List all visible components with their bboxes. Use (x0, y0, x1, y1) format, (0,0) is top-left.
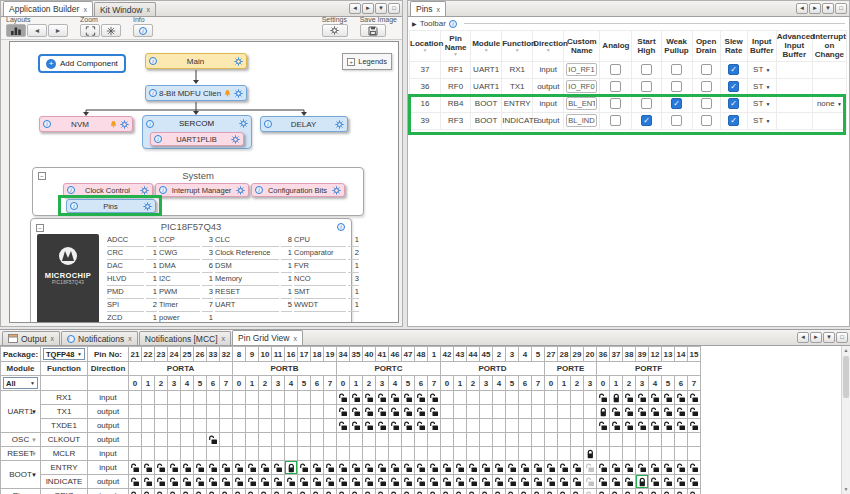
collapse-arrow-icon[interactable]: ▼ (31, 437, 37, 443)
pin-cell-PORTF7-GPIO[interactable] (688, 489, 701, 494)
pin-cell-PORTC7-TXDE1[interactable] (428, 419, 441, 433)
pin-cell-PORTA4-GPIO[interactable] (181, 489, 194, 494)
info-icon[interactable] (149, 89, 157, 97)
pin-cell-PORTD0-ENTRY[interactable] (441, 461, 454, 475)
pin-cell-PORTD7-GPIO[interactable] (532, 489, 545, 494)
pin-cell-PORTF5-TXDE1[interactable] (662, 419, 675, 433)
filter-arrow-icon[interactable]: ▼ (410, 48, 440, 53)
input-buffer-select[interactable]: ST ▼ (753, 82, 770, 91)
node-clock-control[interactable]: Clock Control (63, 183, 153, 197)
pin-cell-PORTC4-TXDE1[interactable] (389, 419, 402, 433)
layout-hierarchy-button[interactable] (6, 24, 26, 37)
pin-cell-PORTD7-INDICATE[interactable] (532, 475, 545, 489)
info-icon[interactable] (70, 202, 78, 210)
pin-cell-PORTD1-INDICATE[interactable] (454, 475, 467, 489)
tab-pins[interactable]: Pins x (410, 1, 446, 16)
close-icon[interactable]: x (83, 6, 87, 13)
pin-cell-PORTA6-CLKOUT[interactable] (207, 433, 220, 447)
column-header-module[interactable]: Module▼ (471, 31, 502, 62)
scroll-up-icon[interactable]: ▲ (842, 346, 850, 355)
gear-icon[interactable] (231, 135, 240, 144)
column-header-location[interactable]: Location▼ (410, 31, 441, 62)
node-main[interactable]: Main (145, 53, 247, 69)
package-select[interactable]: TQFP48▼ (43, 348, 85, 360)
pin-cell-PORTD5-GPIO[interactable] (506, 489, 519, 494)
weak-pullup-checkbox[interactable] (671, 81, 682, 92)
module-filter-select[interactable]: All▼ (3, 377, 38, 389)
close-icon[interactable]: x (437, 6, 441, 13)
gear-icon[interactable] (234, 89, 243, 98)
pin-cell-PORTB1-INDICATE[interactable] (246, 475, 259, 489)
info-icon[interactable] (264, 120, 272, 128)
pin-cell-PORTE1-INDICATE[interactable] (558, 475, 571, 489)
pin-cell-PORTC2-INDICATE[interactable] (363, 475, 376, 489)
pin-cell-PORTC1-TXDE1[interactable] (350, 419, 363, 433)
pin-cell-PORTC4-INDICATE[interactable] (389, 475, 402, 489)
custom-name-input[interactable] (566, 63, 597, 76)
scroll-down-icon[interactable]: ▼ (842, 485, 850, 494)
pin-cell-PORTB1-GPIO[interactable] (246, 489, 259, 494)
pin-cell-PORTF6-GPIO[interactable] (675, 489, 688, 494)
info-icon[interactable] (337, 223, 345, 231)
analog-checkbox[interactable] (610, 81, 621, 92)
info-icon[interactable] (149, 57, 157, 65)
collapse-icon[interactable]: − (36, 224, 44, 232)
pin-cell-PORTF7-TX1[interactable] (688, 405, 701, 419)
pin-cell-PORTC3-RX1[interactable] (376, 391, 389, 405)
add-component-button[interactable]: + Add Component (38, 54, 126, 73)
pin-cell-PORTF5-ENTRY[interactable] (662, 461, 675, 475)
pin-cell-PORTB6-GPIO[interactable] (311, 489, 324, 494)
pin-cell-PORTA1-INDICATE[interactable] (142, 475, 155, 489)
pin-cell-PORTF3-ENTRY[interactable] (636, 461, 649, 475)
node-nvm[interactable]: NVM (39, 116, 133, 132)
pin-cell-PORTF3-TXDE1[interactable] (636, 419, 649, 433)
pin-cell-PORTA1-ENTRY[interactable] (142, 461, 155, 475)
pin-cell-PORTF6-RX1[interactable] (675, 391, 688, 405)
open-drain-checkbox[interactable] (701, 64, 712, 75)
pin-cell-PORTC7-ENTRY[interactable] (428, 461, 441, 475)
tab-list-icon[interactable]: ▼ (375, 3, 387, 14)
pin-row-RF3[interactable]: 39RF3BOOTINDICATEoutput✓✓ST ▼ (410, 112, 847, 129)
filter-arrow-icon[interactable]: ▼ (471, 48, 501, 53)
pin-cell-PORTC5-TX1[interactable] (402, 405, 415, 419)
pin-cell-PORTC7-TX1[interactable] (428, 405, 441, 419)
pin-cell-PORTD5-ENTRY[interactable] (506, 461, 519, 475)
pin-cell-PORTF0-TX1[interactable] (597, 405, 610, 419)
pin-cell-PORTC3-INDICATE[interactable] (376, 475, 389, 489)
info-icon[interactable] (255, 186, 263, 194)
pin-cell-PORTA7-GPIO[interactable] (220, 489, 233, 494)
pin-cell-PORTF1-ENTRY[interactable] (610, 461, 623, 475)
collapse-icon[interactable]: − (38, 172, 46, 180)
start-high-checkbox[interactable] (641, 81, 652, 92)
pin-cell-PORTE3-INDICATE[interactable] (584, 475, 597, 489)
node-sercom-group[interactable]: SERCOM UART1PLIB (142, 115, 252, 149)
pin-cell-PORTB3-GPIO[interactable] (272, 489, 285, 494)
pin-cell-PORTF0-GPIO[interactable] (597, 489, 610, 494)
pin-cell-PORTA5-ENTRY[interactable] (194, 461, 207, 475)
node-configuration-bits[interactable]: Configuration Bits (251, 183, 345, 197)
pin-cell-PORTC1-GPIO[interactable] (350, 489, 363, 494)
pin-cell-PORTA5-GPIO[interactable] (194, 489, 207, 494)
builder-canvas[interactable]: + Add Component + Legends Main 8-Bit MDF… (9, 41, 399, 323)
slew-rate-checkbox[interactable]: ✓ (728, 64, 739, 75)
module-OSC[interactable]: OSC▼ (1, 433, 41, 447)
pin-cell-PORTC0-TX1[interactable] (337, 405, 350, 419)
pin-cell-PORTA6-INDICATE[interactable] (207, 475, 220, 489)
pin-cell-PORTD7-ENTRY[interactable] (532, 461, 545, 475)
module-UART1[interactable]: UART1▼ (1, 391, 41, 433)
open-drain-checkbox[interactable] (701, 81, 712, 92)
weak-pullup-checkbox[interactable]: ✓ (671, 98, 682, 109)
start-high-checkbox[interactable] (641, 64, 652, 75)
pin-row-RF0[interactable]: 36RF0UART1TX1output✓ST ▼ (410, 78, 847, 95)
pin-cell-PORTC0-RX1[interactable] (337, 391, 350, 405)
gear-icon[interactable] (236, 186, 245, 195)
pin-cell-PORTD4-ENTRY[interactable] (493, 461, 506, 475)
pin-cell-PORTA0-INDICATE[interactable] (129, 475, 142, 489)
pin-cell-PORTA0-ENTRY[interactable] (129, 461, 142, 475)
pin-cell-PORTF0-RX1[interactable] (597, 391, 610, 405)
pin-cell-PORTB6-ENTRY[interactable] (311, 461, 324, 475)
pin-cell-PORTA6-GPIO[interactable] (207, 489, 220, 494)
close-icon[interactable]: x (293, 335, 297, 342)
analog-checkbox[interactable] (610, 98, 621, 109)
scroll-left-icon[interactable]: ◄ (796, 3, 808, 14)
